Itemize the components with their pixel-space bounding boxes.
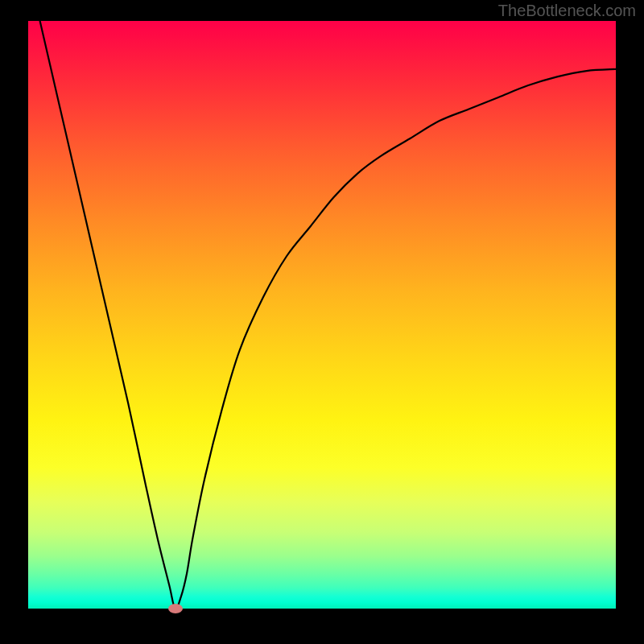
chart-min-marker [168, 604, 183, 613]
chart-curve [28, 21, 616, 609]
watermark-text: TheBottleneck.com [498, 2, 636, 20]
chart-plot-area [28, 21, 616, 609]
